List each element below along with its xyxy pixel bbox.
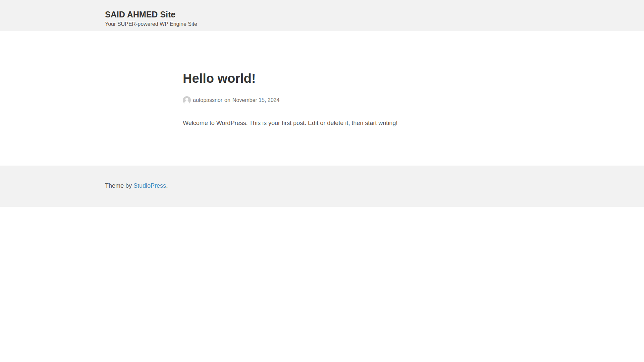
post-content: Welcome to WordPress. This is your first… — [183, 118, 461, 128]
wordpress-site-page: SAID AHMED Site Your SUPER-powered WP En… — [0, 0, 644, 207]
author-avatar-icon — [183, 96, 191, 104]
site-tagline: Your SUPER-powered WP Engine Site — [105, 21, 539, 27]
author-link[interactable]: autopassnor — [193, 97, 222, 103]
post-byline: autopassnor on November 15, 2024 — [183, 96, 461, 104]
main-content: Hello world! autopassnor o — [0, 31, 644, 166]
post-date: November 15, 2024 — [232, 97, 280, 103]
site-title-link[interactable]: SAID AHMED Site — [105, 9, 175, 19]
post-paragraph: Welcome to WordPress. This is your first… — [183, 118, 461, 128]
footer-wrap: Theme by StudioPress. — [105, 182, 539, 189]
studiopress-link[interactable]: StudioPress — [133, 182, 166, 189]
byline-connector: on — [224, 97, 230, 103]
footer-credit-prefix: Theme by — [105, 182, 132, 189]
footer-credit: Theme by StudioPress. — [105, 182, 539, 189]
post-article: Hello world! autopassnor o — [183, 31, 461, 128]
post-title-link[interactable]: Hello world! — [183, 72, 256, 85]
footer-credit-suffix: . — [166, 182, 168, 189]
site-header: SAID AHMED Site Your SUPER-powered WP En… — [0, 0, 644, 31]
site-footer: Theme by StudioPress. — [0, 166, 644, 207]
header-wrap: SAID AHMED Site Your SUPER-powered WP En… — [105, 9, 539, 27]
